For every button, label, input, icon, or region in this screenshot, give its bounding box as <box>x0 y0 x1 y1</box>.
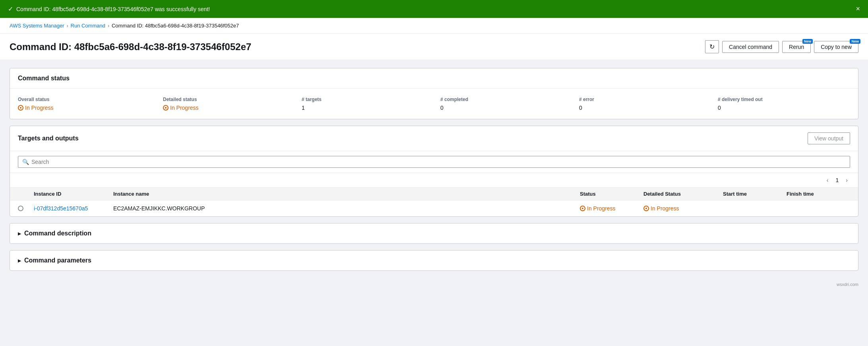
col-detailed-status: Detailed Status <box>643 191 723 197</box>
banner-message: Command ID: 48fbc5a6-698d-4c38-8f19-3735… <box>16 6 210 12</box>
overall-status-value: In Progress <box>18 105 150 111</box>
row-radio[interactable] <box>18 206 34 211</box>
table-row: i-07df312d5e15670a5 EC2AMAZ-EMJIKKC.WORK… <box>10 200 858 216</box>
command-description-section: ▶ Command description <box>10 223 858 244</box>
page-title: Command ID: 48fbc5a6-698d-4c38-8f19-3735… <box>10 41 251 52</box>
status-error: # error 0 <box>573 97 711 111</box>
footer-text: wsxdri.com <box>837 282 858 287</box>
search-container[interactable]: 🔍 <box>18 156 850 168</box>
row-instance-name: EC2AMAZ-EMJIKKC.WORKGROUP <box>113 205 580 212</box>
next-page-button[interactable]: › <box>843 175 850 185</box>
row-status-icon <box>580 206 585 211</box>
detailed-status-label: Detailed status <box>163 97 289 102</box>
command-status-body: Overall status In Progress Detailed stat… <box>10 89 858 119</box>
search-bar-row: 🔍 <box>10 151 858 173</box>
row-radio-button[interactable] <box>18 206 23 211</box>
command-status-card: Command status Overall status In Progres… <box>10 68 858 119</box>
main-content: Command status Overall status In Progres… <box>0 60 868 279</box>
row-instance-id: i-07df312d5e15670a5 <box>34 205 113 212</box>
check-icon: ✓ <box>8 5 13 13</box>
command-parameters-title: Command parameters <box>24 257 91 264</box>
row-status-text: In Progress <box>587 205 616 212</box>
status-detailed: Detailed status In Progress <box>157 97 295 111</box>
prev-page-button[interactable]: ‹ <box>824 175 831 185</box>
rerun-new-badge: New <box>802 39 813 44</box>
col-finish-time: Finish time <box>787 191 850 197</box>
delivery-value: 0 <box>718 105 844 111</box>
status-completed: # completed 0 <box>434 97 573 111</box>
view-output-button[interactable]: View output <box>808 132 850 144</box>
row-detailed-status-icon <box>643 206 649 211</box>
row-detailed-status: In Progress <box>643 205 723 212</box>
description-arrow-icon: ▶ <box>18 231 21 236</box>
status-grid: Overall status In Progress Detailed stat… <box>18 97 850 111</box>
rerun-button[interactable]: Rerun New <box>782 41 811 53</box>
pagination-row: ‹ 1 › <box>10 173 858 188</box>
page-header: Command ID: 48fbc5a6-698d-4c38-8f19-3735… <box>0 34 868 60</box>
status-delivery: # delivery timed out 0 <box>711 97 850 111</box>
completed-value: 0 <box>440 105 566 111</box>
col-instance-name: Instance name <box>113 191 580 197</box>
col-status: Status <box>580 191 643 197</box>
completed-label: # completed <box>440 97 566 102</box>
targets-header: Targets and outputs View output <box>10 126 858 151</box>
success-banner: ✓ Command ID: 48fbc5a6-698d-4c38-8f19-37… <box>0 0 868 18</box>
instance-id-link[interactable]: i-07df312d5e15670a5 <box>34 205 88 212</box>
col-start-time: Start time <box>723 191 787 197</box>
targets-label: # targets <box>302 97 428 102</box>
copy-new-badge: New <box>850 39 860 44</box>
search-input[interactable] <box>31 159 846 165</box>
status-overall: Overall status In Progress <box>18 97 157 111</box>
status-targets: # targets 1 <box>295 97 434 111</box>
command-parameters-header[interactable]: ▶ Command parameters <box>10 251 858 270</box>
targets-card: Targets and outputs View output 🔍 ‹ 1 › … <box>10 126 858 217</box>
copy-to-new-button[interactable]: Copy to new New <box>814 41 858 53</box>
search-icon: 🔍 <box>22 159 29 165</box>
command-description-title: Command description <box>24 230 91 237</box>
breadcrumb-root-link[interactable]: AWS Systems Manager <box>10 23 64 29</box>
overall-status-label: Overall status <box>18 97 150 102</box>
col-instance-id: Instance ID <box>34 191 113 197</box>
table-header: Instance ID Instance name Status Detaile… <box>10 188 858 200</box>
detailed-status-value: In Progress <box>163 105 289 111</box>
error-label: # error <box>579 97 705 102</box>
breadcrumb-level1-link[interactable]: Run Command <box>71 23 105 29</box>
command-status-header: Command status <box>10 68 858 89</box>
targets-title: Targets and outputs <box>18 135 79 142</box>
col-checkbox <box>18 191 34 197</box>
cancel-command-button[interactable]: Cancel command <box>722 41 779 53</box>
breadcrumb-separator-2: › <box>108 23 109 29</box>
banner-content: ✓ Command ID: 48fbc5a6-698d-4c38-8f19-37… <box>8 5 210 13</box>
row-detailed-status-text: In Progress <box>651 205 679 212</box>
breadcrumb-current: Command ID: 48fbc5a6-698d-4c38-8f19-3735… <box>112 23 239 29</box>
command-status-title: Command status <box>18 75 70 82</box>
header-actions: ↻ Cancel command Rerun New Copy to new N… <box>705 40 858 53</box>
row-status: In Progress <box>580 205 643 212</box>
breadcrumb: AWS Systems Manager › Run Command › Comm… <box>0 18 868 34</box>
banner-close-button[interactable]: × <box>856 5 860 13</box>
overall-in-progress-icon <box>18 105 23 111</box>
delivery-label: # delivery timed out <box>718 97 844 102</box>
command-description-header[interactable]: ▶ Command description <box>10 224 858 243</box>
refresh-button[interactable]: ↻ <box>705 40 719 53</box>
targets-value: 1 <box>302 105 428 111</box>
command-parameters-section: ▶ Command parameters <box>10 250 858 271</box>
footer: wsxdri.com <box>0 279 868 290</box>
parameters-arrow-icon: ▶ <box>18 259 21 263</box>
page-number: 1 <box>833 177 842 183</box>
breadcrumb-separator-1: › <box>67 23 68 29</box>
detailed-in-progress-icon <box>163 105 169 111</box>
error-value: 0 <box>579 105 705 111</box>
